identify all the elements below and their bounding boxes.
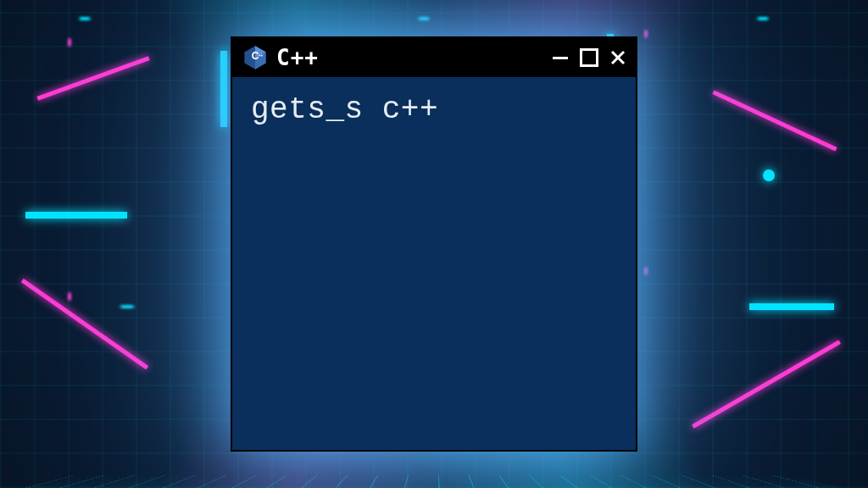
cpp-logo-icon: C ++ [242, 45, 268, 70]
close-button[interactable] [609, 48, 627, 67]
minimize-button[interactable] [551, 48, 570, 67]
neon-cyan-line [749, 303, 834, 310]
neon-magenta-line [21, 279, 148, 369]
code-text: gets_s c++ [251, 92, 617, 127]
neon-magenta-line [712, 90, 837, 151]
window-title: C++ [276, 45, 542, 70]
neon-cyan-line [25, 212, 127, 219]
maximize-button[interactable] [580, 48, 598, 67]
neon-cyan-line [220, 51, 227, 127]
neon-dot-icon [763, 169, 775, 181]
terminal-window: C ++ C++ gets_s c++ [231, 36, 637, 452]
neon-magenta-line [36, 56, 149, 101]
svg-text:++: ++ [259, 53, 264, 58]
svg-text:C: C [252, 50, 259, 62]
titlebar[interactable]: C ++ C++ [232, 38, 636, 77]
perspective-grid-floor [0, 475, 868, 488]
neon-magenta-line [692, 340, 841, 428]
window-controls [551, 48, 627, 67]
terminal-content[interactable]: gets_s c++ [232, 77, 636, 450]
